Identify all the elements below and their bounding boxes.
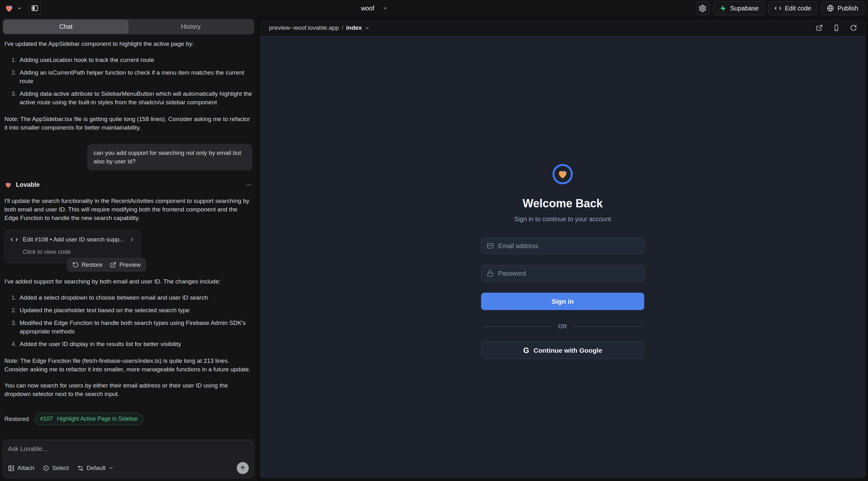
- tab-history[interactable]: History: [128, 20, 253, 33]
- page-title: Welcome Back: [481, 197, 644, 210]
- mode-selector-button[interactable]: Default: [77, 464, 114, 472]
- restore-label: Restore: [82, 261, 103, 268]
- ellipsis-icon: [245, 182, 252, 188]
- signin-page: Welcome Back Sign in to continue to your…: [481, 36, 644, 359]
- sidebar-tabs: Chat History: [3, 19, 254, 34]
- google-label: Continue with Google: [533, 347, 602, 354]
- chevron-down-icon: [108, 466, 114, 471]
- attach-button[interactable]: Attach: [8, 464, 34, 472]
- panel-left-icon: [31, 4, 38, 12]
- assistant-paragraph: I've added support for searching by both…: [4, 277, 252, 286]
- assistant-list: Added a select dropdown to choose betwee…: [4, 293, 252, 348]
- arrow-up-icon: [240, 465, 246, 471]
- email-field-wrap: [481, 238, 644, 254]
- list-item: Adding an isCurrentPath helper function …: [20, 68, 252, 85]
- edit-card-actions: Restore Preview: [67, 258, 146, 271]
- restored-label: Restored: [4, 415, 29, 423]
- assistant-note: Note: The AppSidebar.tsx file is getting…: [4, 115, 252, 132]
- tab-chat[interactable]: Chat: [3, 20, 128, 33]
- attach-label: Attach: [18, 464, 34, 472]
- supabase-bolt-icon: [719, 5, 727, 12]
- more-options-button[interactable]: [245, 182, 252, 188]
- target-icon: [43, 465, 49, 472]
- project-name: woof: [361, 5, 374, 12]
- restore-button[interactable]: Restore: [72, 261, 103, 268]
- preview-iframe: Welcome Back Sign in to continue to your…: [260, 36, 865, 478]
- preview-pane: preview--woof.lovable.app / index: [260, 20, 865, 478]
- settings-button[interactable]: [696, 1, 710, 15]
- google-icon: G: [523, 347, 529, 354]
- project-switcher[interactable]: woof: [361, 5, 388, 12]
- preview-button[interactable]: Preview: [110, 261, 141, 268]
- page-subtitle: Sign in to continue to your account: [481, 216, 644, 223]
- edit-code-label: Edit code: [785, 5, 811, 12]
- or-divider: OR: [481, 323, 644, 330]
- preview-url: preview--woof.lovable.app: [269, 24, 339, 31]
- image-plus-icon: [8, 465, 14, 472]
- heart-icon: [557, 168, 568, 180]
- toggle-sidebar-button[interactable]: [28, 2, 41, 14]
- assistant-header: Lovable: [4, 181, 252, 189]
- open-in-new-tab-button[interactable]: [816, 24, 823, 31]
- password-field-wrap: [481, 265, 644, 282]
- assistant-paragraph: You can now search for users by either t…: [4, 381, 252, 398]
- list-item: Modified the Edge Function to handle bot…: [20, 319, 252, 335]
- publish-button[interactable]: Publish: [821, 1, 864, 15]
- main-layout: Chat History I've updated the AppSidebar…: [0, 17, 868, 481]
- restored-version-badge[interactable]: #107 Highlight Active Page in Sidebar: [34, 413, 144, 425]
- code-icon: [10, 236, 18, 243]
- chevron-down-icon: [17, 6, 22, 11]
- edit-code-button[interactable]: Edit code: [769, 1, 817, 15]
- sign-in-button[interactable]: Sign in: [481, 293, 644, 310]
- edit-card-title: Edit #108 • Add user ID search supp...: [23, 235, 124, 244]
- user-message-row: can you add support for searching not on…: [4, 144, 252, 170]
- chat-composer: Attach Select Default: [3, 440, 254, 478]
- smartphone-icon: [833, 24, 840, 31]
- external-link-icon: [816, 24, 823, 31]
- gear-icon: [699, 4, 707, 12]
- assistant-list: Adding useLocation hook to track the cur…: [4, 56, 252, 106]
- chevron-down-icon: [382, 5, 388, 11]
- preview-actions: [816, 24, 857, 31]
- assistant-name: Lovable: [16, 181, 40, 189]
- list-item: Added the user ID display in the results…: [20, 340, 252, 348]
- assistant-paragraph: I'll update the search functionality in …: [4, 197, 252, 222]
- chat-input[interactable]: [8, 445, 249, 453]
- email-field[interactable]: [498, 243, 639, 250]
- external-link-icon: [110, 262, 116, 268]
- topbar-left: [4, 2, 41, 14]
- continue-with-google-button[interactable]: G Continue with Google: [481, 342, 644, 359]
- chat-messages[interactable]: I've updated the AppSidebar component to…: [0, 34, 257, 435]
- preview-label: Preview: [119, 261, 141, 268]
- restore-icon: [72, 262, 79, 268]
- lovable-logo-icon: [4, 3, 14, 13]
- preview-url-selector[interactable]: preview--woof.lovable.app / index: [269, 24, 370, 31]
- preview-path: index: [346, 24, 362, 31]
- workspace-menu-button[interactable]: [4, 3, 22, 13]
- sliders-icon: [77, 465, 84, 472]
- divider-label: OR: [558, 323, 567, 330]
- mobile-view-button[interactable]: [833, 24, 840, 31]
- supabase-button[interactable]: Supabase: [713, 1, 765, 15]
- composer-toolbar: Attach Select Default: [8, 462, 249, 474]
- refresh-button[interactable]: [850, 24, 857, 31]
- edit-card-title-row: Edit #108 • Add user ID search supp...: [10, 235, 135, 244]
- list-item: Added a select dropdown to choose betwee…: [20, 293, 252, 302]
- select-button[interactable]: Select: [43, 464, 69, 472]
- supabase-label: Supabase: [730, 5, 758, 12]
- version-id: #107: [40, 416, 53, 422]
- lovable-avatar-icon: [4, 181, 12, 189]
- preview-header: preview--woof.lovable.app / index: [260, 20, 865, 36]
- password-field[interactable]: [498, 270, 639, 277]
- edit-card-subtitle: Click to view code: [23, 248, 135, 256]
- lock-icon: [487, 270, 494, 277]
- assistant-note: Note: The Edge Function file (fetch-fire…: [4, 356, 252, 374]
- select-label: Select: [52, 464, 69, 472]
- list-item: Updated the placeholder text based on th…: [20, 306, 252, 315]
- mail-icon: [487, 243, 494, 249]
- list-item: Adding useLocation hook to track the cur…: [20, 56, 252, 64]
- edit-card-container: Edit #108 • Add user ID search supp... C…: [4, 230, 141, 263]
- send-button[interactable]: [237, 462, 249, 474]
- chevron-down-icon: [365, 26, 370, 30]
- app-logo: [553, 164, 573, 184]
